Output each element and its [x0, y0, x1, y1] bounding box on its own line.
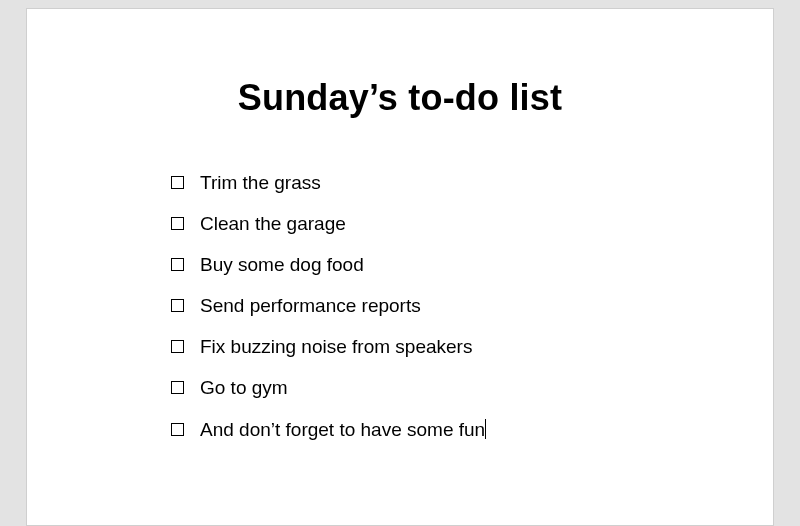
checkbox-icon[interactable]: [171, 217, 184, 230]
list-item[interactable]: Trim the grass: [171, 173, 703, 192]
list-item-label: Buy some dog food: [200, 255, 364, 274]
list-item[interactable]: Fix buzzing noise from speakers: [171, 337, 703, 356]
checkbox-icon[interactable]: [171, 340, 184, 353]
checkbox-icon[interactable]: [171, 423, 184, 436]
checkbox-icon[interactable]: [171, 299, 184, 312]
document-page: Sunday’s to-do list Trim the grass Clean…: [26, 8, 774, 526]
list-item-label: Trim the grass: [200, 173, 321, 192]
list-item[interactable]: And don’t forget to have some fun: [171, 419, 703, 439]
list-item-label: Go to gym: [200, 378, 288, 397]
list-item[interactable]: Buy some dog food: [171, 255, 703, 274]
list-item-label: Fix buzzing noise from speakers: [200, 337, 472, 356]
list-item[interactable]: Send performance reports: [171, 296, 703, 315]
list-item-label: Send performance reports: [200, 296, 421, 315]
todo-list: Trim the grass Clean the garage Buy some…: [171, 173, 703, 439]
checkbox-icon[interactable]: [171, 381, 184, 394]
checkbox-icon[interactable]: [171, 258, 184, 271]
list-item[interactable]: Go to gym: [171, 378, 703, 397]
list-item-label: And don’t forget to have some fun: [200, 420, 485, 439]
page-title: Sunday’s to-do list: [97, 77, 703, 119]
list-item-label: Clean the garage: [200, 214, 346, 233]
checkbox-icon[interactable]: [171, 176, 184, 189]
text-cursor: [485, 419, 486, 439]
list-item[interactable]: Clean the garage: [171, 214, 703, 233]
